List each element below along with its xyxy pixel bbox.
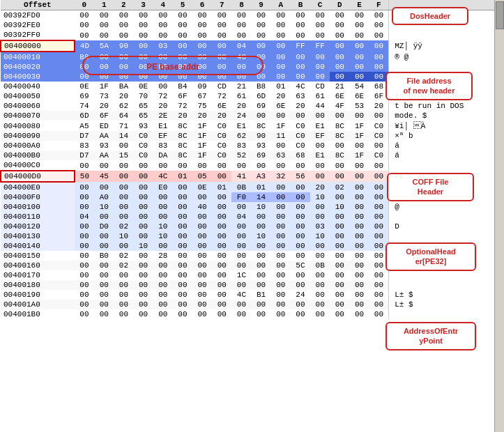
hex-cell: 00 (330, 270, 349, 280)
hex-cell: 00 (349, 40, 369, 52)
hex-cell: 0B (231, 182, 251, 192)
offset-cell: 00400110 (1, 212, 75, 222)
hex-cell: 00 (271, 160, 291, 171)
hex-cell: 00 (349, 10, 369, 21)
hex-cell: 40 (192, 202, 212, 212)
hex-cell: 00 (192, 309, 212, 319)
hex-cell: 00 (330, 111, 349, 121)
hex-cell: 00 (369, 20, 389, 30)
scroll-thumb[interactable] (496, 1, 504, 29)
hex-cell: 00 (94, 231, 114, 241)
hex-cell: 00 (369, 52, 389, 62)
hex-cell: 00 (349, 300, 369, 309)
hex-cell: 00 (153, 192, 173, 202)
hex-cell: 00 (271, 300, 291, 309)
hex-cell: 93 (134, 121, 153, 131)
hex-cell: 00 (192, 40, 212, 52)
hex-cell: FF (310, 40, 330, 52)
hex-cell: 10 (114, 231, 133, 241)
hex-cell: 8C (330, 131, 349, 141)
hex-cell: 00 (310, 52, 330, 62)
hex-cell: 00 (310, 141, 330, 151)
hex-cell: 00 (349, 309, 369, 319)
hex-cell: 00 (330, 280, 349, 290)
col-5: 5 (173, 0, 192, 10)
hex-cell: 00 (75, 231, 94, 241)
hex-cell: 00 (369, 62, 389, 72)
hex-cell: 4C (231, 290, 251, 300)
hex-cell: 00 (252, 111, 271, 121)
offset-cell: 00400180 (1, 280, 75, 290)
hex-cell: F0 (231, 192, 251, 202)
hex-cell: 00 (173, 241, 192, 251)
col-0: 0 (75, 0, 94, 10)
hex-cell: 00 (173, 30, 192, 40)
hex-cell: 6F (94, 111, 114, 121)
hex-cell: 00 (114, 270, 133, 280)
hex-cell: 00 (369, 270, 389, 280)
hex-cell: 00 (75, 251, 94, 261)
hex-cell: 1F (349, 131, 369, 141)
scrollbar[interactable] (494, 0, 504, 432)
hex-cell: 75 (192, 101, 212, 111)
hex-cell: 00 (330, 141, 349, 151)
hex-cell: A5 (75, 121, 94, 131)
col-A: A (271, 0, 291, 10)
hex-cell: 00 (94, 20, 114, 30)
hex-cell: E0 (153, 182, 173, 192)
ascii-cell: á (389, 151, 504, 160)
hex-cell: 02 (330, 182, 349, 192)
hex-cell: 00 (153, 82, 173, 91)
hex-cell: 01 (271, 82, 291, 91)
table-row: 0040010000100000000040000010000000100000… (1, 202, 504, 212)
ascii-cell: ×ª b (389, 131, 504, 141)
hex-cell: 00 (291, 309, 310, 319)
hex-cell: 00 (114, 241, 133, 251)
ascii-cell (389, 231, 504, 241)
hex-cell: 00 (330, 290, 349, 300)
hex-cell: 00 (94, 160, 114, 171)
hex-cell: 02 (114, 222, 133, 231)
hex-cell: AA (94, 131, 114, 141)
hex-cell: 00 (369, 30, 389, 40)
hex-cell: 00 (94, 270, 114, 280)
offset-cell: 00400150 (1, 251, 75, 261)
hex-cell: 00 (94, 290, 114, 300)
hex-cell: 20 (212, 111, 231, 121)
hex-cell: 00 (291, 182, 310, 192)
hex-cell: 21 (330, 82, 349, 91)
hex-cell: 00 (231, 30, 251, 40)
hex-cell: B4 (173, 82, 192, 91)
hex-cell: 00 (349, 111, 369, 121)
hex-cell: 1F (349, 151, 369, 160)
hex-cell: 00 (192, 20, 212, 30)
hex-cell: 1F (349, 121, 369, 131)
hex-cell: 00 (134, 171, 153, 182)
hex-cell: 00 (134, 300, 153, 309)
hex-cell: 00 (369, 300, 389, 309)
offset-cell: 004000D0 (1, 171, 75, 182)
hex-cell: 00 (94, 261, 114, 270)
hex-cell: 71 (114, 121, 133, 131)
hex-cell: 20 (94, 101, 114, 111)
hex-cell: 00 (173, 202, 192, 212)
hex-table: Offset 0 1 2 3 4 5 6 7 8 9 A B C D E F (0, 0, 504, 319)
hex-cell: 00 (291, 192, 310, 202)
hex-cell: EF (310, 131, 330, 141)
hex-cell: 00 (114, 171, 133, 182)
hex-cell: 00 (369, 222, 389, 231)
hex-cell: 03 (153, 40, 173, 52)
hex-cell: 00 (271, 62, 291, 72)
table-row: 004000B0D7AA15C0DA8C1FC052696368E18C1FC0… (1, 151, 504, 160)
ascii-cell: L± $ (389, 290, 504, 300)
hex-cell: 00 (252, 309, 271, 319)
hex-cell: 00 (271, 52, 291, 62)
hex-cell: 00 (349, 72, 369, 82)
hex-cell: 00 (231, 241, 251, 251)
hex-cell: 00 (173, 20, 192, 30)
hex-cell: 00 (310, 20, 330, 30)
hex-cell: 83 (153, 141, 173, 151)
hex-cell: 45 (94, 171, 114, 182)
hex-cell: 00 (271, 261, 291, 270)
hex-cell: 00 (173, 309, 192, 319)
